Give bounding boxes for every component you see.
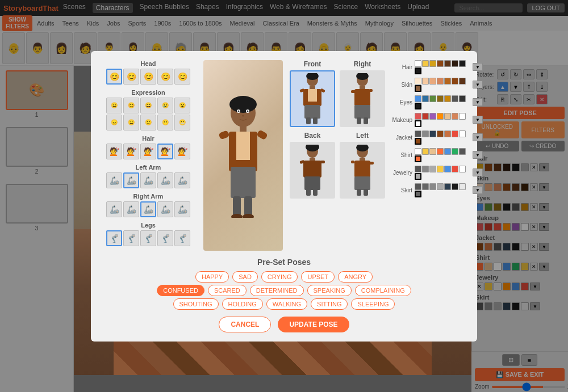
jacket-swatch[interactable] (415, 130, 421, 137)
expr-6[interactable]: 😠 (106, 115, 122, 130)
skin-swatch[interactable] (429, 78, 436, 85)
larm-5[interactable]: 🦾 (174, 172, 190, 188)
makeup-swatch[interactable] (429, 113, 436, 120)
head-part-2[interactable]: 😊 (123, 69, 139, 85)
skirt-swatch[interactable] (452, 183, 458, 190)
rarm-1[interactable]: 🦾 (106, 201, 122, 217)
head-part-3[interactable]: 😊 (140, 69, 156, 85)
shirt-swatch[interactable] (444, 148, 451, 155)
skirt-swatch[interactable] (415, 183, 421, 190)
skin-color-dropdown[interactable]: ▼ (473, 81, 483, 88)
hair-swatch[interactable] (422, 60, 429, 67)
shirt-swatch[interactable] (437, 148, 444, 155)
jewelry-swatch[interactable] (437, 166, 444, 172)
skin-swatch[interactable] (452, 78, 458, 85)
head-part-4[interactable]: 😊 (157, 69, 173, 85)
makeup-swatch[interactable] (444, 113, 451, 120)
makeup-color-dropdown[interactable]: ▼ (473, 116, 483, 124)
eyes-swatch[interactable] (429, 95, 436, 102)
larm-4[interactable]: 🦾 (157, 172, 173, 188)
skin-swatch[interactable] (444, 78, 451, 85)
skirt-color-dropdown[interactable]: ▼ (473, 186, 483, 194)
skin-swatch[interactable] (415, 85, 421, 92)
hair-color-dropdown[interactable]: ▼ (473, 63, 483, 71)
jacket-swatch[interactable] (452, 130, 458, 137)
larm-1[interactable]: 🦾 (106, 172, 122, 188)
jewelry-swatch[interactable] (459, 166, 466, 172)
hair-1[interactable]: 💇 (106, 144, 122, 159)
legs-5[interactable]: 🦿 (174, 230, 190, 246)
rarm-4[interactable]: 🦾 (157, 201, 173, 217)
pose-tag-shouting[interactable]: SHOUTING (173, 298, 219, 310)
skirt-swatch[interactable] (437, 183, 444, 190)
jewelry-swatch[interactable] (415, 166, 421, 172)
makeup-swatch[interactable] (415, 113, 421, 120)
legs-2[interactable]: 🦿 (123, 230, 139, 246)
cancel-button[interactable]: CANCEL (219, 317, 271, 332)
eyes-swatch[interactable] (415, 103, 421, 109)
jacket-color-dropdown[interactable]: ▼ (473, 133, 483, 141)
expr-4[interactable]: 😢 (157, 98, 173, 113)
pose-tag-holding[interactable]: HOLDING (222, 298, 263, 310)
shirt-swatch[interactable] (415, 148, 421, 155)
hair-swatch[interactable] (459, 60, 466, 67)
expr-3[interactable]: 😄 (140, 98, 156, 113)
pose-tag-angry[interactable]: ANGRY (338, 271, 373, 283)
pose-tag-determined[interactable]: DETERMINED (250, 285, 304, 296)
pose-tag-sad[interactable]: SAD (232, 271, 258, 283)
hair-swatch[interactable] (437, 60, 444, 67)
jacket-swatch[interactable] (459, 130, 466, 137)
jewelry-swatch[interactable] (415, 173, 421, 180)
shirt-swatch[interactable] (452, 148, 458, 155)
shirt-swatch[interactable] (415, 155, 421, 162)
hair-swatch[interactable] (444, 60, 451, 67)
skin-swatch[interactable] (415, 78, 421, 85)
jacket-swatch[interactable] (437, 130, 444, 137)
legs-3[interactable]: 🦿 (140, 230, 156, 246)
pose-tag-scared[interactable]: SCARED (208, 285, 247, 296)
legs-1[interactable]: 🦿 (106, 230, 122, 246)
shirt-swatch[interactable] (429, 148, 436, 155)
head-part-5[interactable]: 😊 (174, 69, 190, 85)
expr-5[interactable]: 😮 (174, 98, 190, 113)
expr-10[interactable]: 😬 (174, 115, 190, 130)
hair-swatch[interactable] (415, 68, 421, 74)
jacket-swatch[interactable] (429, 130, 436, 137)
jacket-swatch[interactable] (422, 130, 429, 137)
pose-tag-upset[interactable]: UPSET (301, 271, 335, 283)
back-pose-img[interactable] (290, 142, 335, 199)
jewelry-swatch[interactable] (444, 166, 451, 172)
expr-1[interactable]: 😐 (106, 98, 122, 113)
rarm-3[interactable]: 🦾 (140, 201, 156, 217)
hair-swatch[interactable] (415, 60, 421, 67)
head-part-1[interactable]: 😊 (106, 69, 122, 85)
skin-swatch[interactable] (459, 78, 466, 85)
jewelry-swatch[interactable] (422, 166, 429, 172)
pose-tag-walking[interactable]: WALKING (266, 298, 307, 310)
makeup-swatch[interactable] (437, 113, 444, 120)
hair-4[interactable]: 💇 (157, 144, 173, 159)
jacket-swatch[interactable] (444, 130, 451, 137)
hair-swatch[interactable] (429, 60, 436, 67)
pose-tag-happy[interactable]: HAPPY (195, 271, 229, 283)
eyes-swatch[interactable] (452, 95, 458, 102)
jewelry-swatch[interactable] (452, 166, 458, 172)
pose-tag-sleeping[interactable]: SLEEPING (351, 298, 395, 310)
expr-8[interactable]: 🙂 (140, 115, 156, 130)
expr-7[interactable]: 😑 (123, 115, 139, 130)
skirt-swatch[interactable] (422, 183, 429, 190)
pose-tag-complaining[interactable]: COMPLAINING (355, 285, 411, 296)
shirt-swatch[interactable] (422, 148, 429, 155)
update-pose-button[interactable]: UPDATE POSE (278, 317, 349, 332)
shirt-color-dropdown[interactable]: ▼ (473, 151, 483, 159)
pose-tag-speaking[interactable]: SPEAKING (307, 285, 352, 296)
pose-tag-sitting[interactable]: SITTING (311, 298, 348, 310)
eyes-swatch[interactable] (459, 95, 466, 102)
makeup-swatch[interactable] (415, 120, 421, 127)
pose-tag-crying[interactable]: CRYING (261, 271, 298, 283)
expr-9[interactable]: 😶 (157, 115, 173, 130)
skirt-swatch[interactable] (444, 183, 451, 190)
shirt-swatch[interactable] (459, 148, 466, 155)
makeup-swatch[interactable] (422, 113, 429, 120)
hair-2[interactable]: 💇 (123, 144, 139, 159)
